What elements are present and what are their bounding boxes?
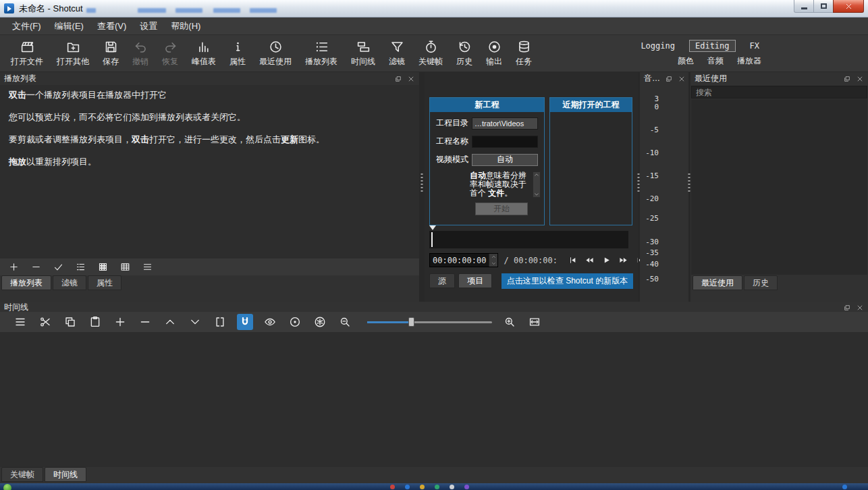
playlist-menu-button[interactable] — [140, 261, 154, 274]
recent-files-list[interactable] — [691, 99, 867, 275]
playlist-append-button[interactable] — [7, 261, 20, 274]
panel-splitter[interactable] — [419, 72, 425, 302]
start-orb[interactable] — [3, 484, 11, 490]
toolbar-timeline-button[interactable]: 时间线 — [344, 37, 382, 70]
timeline-zoom-slider[interactable] — [367, 314, 492, 330]
timeline-append-button[interactable] — [112, 314, 128, 330]
transport-play-button[interactable] — [599, 254, 614, 267]
start-button[interactable]: 开始 — [475, 202, 528, 215]
toolbar-keyframes-button[interactable]: 关键帧 — [412, 37, 450, 70]
spinner-up-icon[interactable] — [489, 254, 497, 261]
toolbar-save-button[interactable]: 保存 — [96, 37, 126, 70]
timeline-tab-keyframes[interactable]: 关键帧 — [1, 467, 43, 482]
transport-fast-forward-button[interactable] — [616, 254, 631, 267]
toolbar-peak-meter-button[interactable]: 峰值表 — [185, 37, 223, 70]
timeline-close-button[interactable] — [856, 304, 864, 312]
toolbar-open-other-button[interactable]: 打开其他 — [50, 37, 96, 70]
player-panel: 新工程 工程目录工程名称视频模式自动 自动意味着分辨率和帧速取决于首个 文件。 … — [425, 72, 639, 302]
player-tab-project[interactable]: 项目 — [458, 273, 492, 288]
timeline-ripple-delete-button[interactable] — [137, 314, 153, 330]
toolbar-undo-button[interactable]: 撤销 — [126, 37, 155, 70]
recent-tab-recent[interactable]: 最近使用 — [693, 275, 742, 290]
timecode-field[interactable]: 00:00:00:00 — [429, 253, 498, 267]
maximize-button[interactable] — [814, 0, 833, 13]
timeline-zoom-in-button[interactable] — [501, 314, 518, 330]
timeline-paste-button[interactable] — [87, 314, 103, 330]
menu-help[interactable]: 帮助(H) — [164, 18, 207, 35]
scroll-down-icon[interactable] — [533, 192, 540, 197]
menu-settings[interactable]: 设置 — [133, 18, 164, 35]
timeline-ripple-all-tracks-button[interactable] — [312, 314, 328, 330]
toolbar-history-button[interactable]: 历史 — [450, 37, 479, 70]
scroll-up-icon[interactable] — [533, 172, 540, 178]
timeline-zoom-fit-button[interactable] — [526, 314, 543, 330]
playhead-marker[interactable] — [429, 225, 436, 230]
panel-splitter[interactable] — [688, 72, 690, 302]
seek-bar[interactable] — [429, 231, 628, 248]
recent-float-button[interactable] — [843, 75, 851, 83]
menu-file[interactable]: 文件(F) — [5, 18, 48, 35]
timeline-overwrite-button[interactable] — [187, 314, 203, 330]
menu-edit[interactable]: 编辑(E) — [48, 18, 90, 35]
toolbar-jobs-button[interactable]: 任务 — [509, 37, 539, 70]
timeline-float-button[interactable] — [843, 304, 851, 312]
player-tab-source[interactable]: 源 — [429, 273, 455, 288]
playlist-tab-filters[interactable]: 滤镜 — [53, 275, 86, 290]
toolbar-playlist-button[interactable]: 播放列表 — [298, 37, 344, 70]
playlist-close-button[interactable] — [407, 75, 415, 83]
timeline-tracks-area[interactable] — [0, 332, 868, 467]
panel-audio-button[interactable]: 音频 — [707, 55, 724, 67]
panel-color-button[interactable]: 颜色 — [678, 55, 694, 67]
layout-logging-button[interactable]: Logging — [634, 40, 681, 52]
timeline-split-button[interactable] — [212, 314, 228, 330]
playlist-update-button[interactable] — [51, 261, 65, 274]
timecode-spinner[interactable] — [489, 254, 497, 267]
layout-fx-button[interactable]: FX — [744, 40, 765, 52]
panel-player-button[interactable]: 播放器 — [737, 55, 761, 67]
playlist-tab-properties[interactable]: 属性 — [88, 275, 121, 290]
timeline-tab-timeline[interactable]: 时间线 — [45, 467, 86, 482]
timeline-zoom-out-button[interactable] — [337, 314, 353, 330]
timeline-timeline-menu-button[interactable] — [12, 314, 28, 330]
playlist-view-tiles-button[interactable] — [118, 261, 132, 274]
playlist-tab-playlist[interactable]: 播放列表 — [1, 275, 51, 290]
minimize-button[interactable] — [794, 0, 814, 13]
playlist-view-details-button[interactable] — [74, 261, 87, 274]
hint-scrollbar[interactable] — [533, 171, 541, 198]
playlist-float-button[interactable] — [394, 75, 402, 83]
layout-editing-button[interactable]: Editing — [689, 40, 736, 52]
update-notice-button[interactable]: 点击这里以检查 Shotcut 的新版本 — [501, 273, 633, 289]
timeline-snap-button[interactable] — [237, 314, 253, 330]
transport-skip-previous-button[interactable] — [566, 254, 580, 267]
recent-tab-history[interactable]: 历史 — [744, 275, 778, 290]
copy-icon — [64, 316, 76, 328]
windows-taskbar[interactable] — [0, 483, 868, 490]
recent-close-button[interactable] — [856, 75, 864, 83]
menu-view[interactable]: 查看(V) — [90, 18, 133, 35]
timeline-cut-button[interactable] — [37, 314, 53, 330]
toolbar-export-button[interactable]: 输出 — [479, 37, 509, 70]
panel-splitter[interactable] — [638, 72, 639, 302]
search-input[interactable] — [691, 86, 867, 99]
close-button[interactable] — [833, 0, 864, 13]
toolbar-recent-button[interactable]: 最近使用 — [252, 37, 298, 70]
spinner-down-icon[interactable] — [489, 261, 497, 267]
timeline-scrub-while-dragging-button[interactable] — [262, 314, 278, 330]
toolbar-redo-button[interactable]: 恢复 — [155, 37, 185, 70]
toolbar-open-file-button[interactable]: 打开文件 — [4, 37, 50, 70]
playlist-view-icons-button[interactable] — [96, 261, 109, 274]
field-video-mode[interactable]: 自动 — [472, 154, 538, 166]
toolbar-filters-button[interactable]: 滤镜 — [382, 37, 412, 70]
transport-rewind-button[interactable] — [582, 254, 597, 267]
timeline-copy-button[interactable] — [62, 314, 78, 330]
zoom-slider-handle[interactable] — [408, 317, 414, 327]
timeline-lift-button[interactable] — [162, 314, 178, 330]
playlist-remove-button[interactable] — [29, 261, 43, 274]
current-timecode[interactable]: 00:00:00:00 — [430, 254, 489, 267]
title-bar[interactable]: 未命名 - Shotcut — [0, 0, 868, 18]
play-icon — [602, 256, 611, 265]
timeline-ripple-button[interactable] — [287, 314, 303, 330]
toolbar-properties-button[interactable]: 属性 — [223, 37, 252, 70]
field-project-folder[interactable] — [472, 117, 538, 130]
field-project-name[interactable] — [472, 136, 538, 148]
